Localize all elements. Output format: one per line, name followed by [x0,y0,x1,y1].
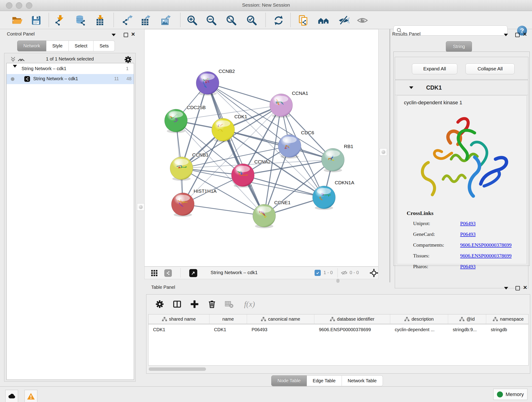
network-view-canvas[interactable]: CCNB2 CCNA1 CDC25B CDK1 CDC6 RB1 CCNB1 C… [144,29,379,267]
node-CDK1[interactable]: CDK1 [212,114,247,142]
crosslink-link[interactable]: P06493 [460,231,476,237]
create-column-icon[interactable] [188,298,201,311]
node-CDC6[interactable]: CDC6 [278,130,314,159]
table-cell[interactable]: 9606.ENSP00000378699 [314,325,390,334]
zoom-fit-icon[interactable] [225,14,238,27]
crosslink-label: Tissues: [413,253,459,259]
right-splitter-handle[interactable] [380,148,387,156]
collection-disclosure-icon[interactable] [13,68,17,73]
tab-edge-table[interactable]: Edge Table [307,375,342,386]
warnings-button[interactable] [25,390,37,402]
node-table: shared namename canonical name database … [148,314,529,366]
node-CCNB2[interactable]: CCNB2 [196,69,235,96]
zoom-out-icon[interactable] [205,14,218,27]
hide-selected-icon[interactable] [337,14,350,27]
tab-select[interactable]: Select [69,41,94,51]
status-bar: Memory [0,386,532,402]
refresh-layout-icon[interactable] [272,14,285,27]
network-options-gear-icon[interactable] [124,56,132,64]
node-label-CCNB2: CCNB2 [219,69,235,74]
import-network-icon[interactable] [53,14,66,27]
table-panel-maximize-button[interactable] [515,285,520,291]
column-header-canonical-name[interactable]: canonical name [247,314,314,324]
tab-node-table[interactable]: Node Table [271,375,307,386]
grid-view-icon[interactable] [151,270,158,277]
edge-HIST1H1A-CCNE1[interactable] [183,204,264,216]
export-table-icon[interactable] [139,14,152,27]
left-splitter[interactable] [137,29,144,384]
protein-section-header[interactable]: CDK1 [395,80,528,95]
node-label-CCNA2: CCNA2 [254,159,271,164]
results-panel-float-button[interactable] [503,32,509,38]
selected-indicator-checkbox[interactable] [315,270,321,276]
node-HIST1H1A[interactable]: HIST1H1A [171,188,216,217]
node-label-CCNA1: CCNA1 [292,90,308,96]
import-table-icon[interactable] [94,14,106,27]
zoom-in-icon[interactable] [186,14,199,27]
crosslink-label: Pharos: [413,264,459,269]
table-cell[interactable]: stringdb [486,325,529,334]
results-panel-close-button[interactable]: ✕ [522,32,528,37]
table-panel-title: Table Panel [151,285,175,290]
control-panel-maximize-button[interactable] [123,32,129,38]
expand-all-button[interactable]: Expand All [412,64,457,74]
crosslink-link[interactable]: P06493 [460,264,476,269]
export-network-icon[interactable] [121,14,134,27]
column-header-@id[interactable]: @id [448,314,486,324]
right-splitter[interactable] [379,29,390,282]
node-CDC25B[interactable]: CDC25B [165,105,206,133]
left-splitter-handle[interactable] [137,203,144,211]
table-horizontal-scrollbar[interactable] [149,367,206,371]
protein-disclosure-icon[interactable] [409,86,413,89]
open-session-icon[interactable] [11,14,23,27]
column-header-namespace[interactable]: namespace [486,314,529,324]
delete-column-trash-icon[interactable] [206,298,218,311]
tab-string[interactable]: String [446,41,472,52]
table-panel-float-button[interactable] [503,285,509,291]
node-RB1[interactable]: RB1 [322,144,353,172]
crosslink-link[interactable]: 9606.ENSP00000378699 [460,253,512,259]
crosslink-link[interactable]: P06493 [460,220,476,226]
network-share-icon[interactable] [164,269,172,277]
memory-button[interactable]: Memory [493,389,527,400]
show-column-panel-icon[interactable] [171,298,184,311]
table-cell[interactable]: P06493 [247,325,314,334]
control-panel-float-button[interactable] [111,32,117,38]
network-row[interactable]: String Network – cdk1 11 48 [7,74,134,84]
results-panel-maximize-button[interactable] [514,32,520,38]
import-database-icon[interactable] [74,14,87,27]
tab-sets[interactable]: Sets [94,41,115,51]
node-CDKN1A[interactable]: CDKN1A [312,180,354,210]
tab-style[interactable]: Style [46,41,69,51]
table-cell[interactable]: stringdb:9... [448,325,486,334]
network-collection-row[interactable]: String Network – cdk1 1 [7,64,134,74]
automation-cloud-button[interactable] [5,390,18,402]
table-panel-close-button[interactable]: ✕ [522,285,528,291]
table-cell[interactable]: CDK1 [209,325,247,334]
edge-CCNB2-CCNE1[interactable] [208,83,264,216]
collapse-all-button[interactable]: Collapse All [466,64,515,74]
column-header-name[interactable]: name [209,314,247,324]
show-all-icon[interactable] [356,14,369,27]
toolbar-separator [49,13,49,27]
column-header-shared-name[interactable]: shared name [148,314,209,324]
edge-CDK1-RB1[interactable] [223,130,333,160]
zoom-selected-icon[interactable] [245,14,258,27]
export-image-icon[interactable] [159,14,172,27]
table-cell[interactable]: cyclin-dependent ... [390,325,448,334]
table-cell[interactable]: CDK1 [148,325,209,334]
open-in-new-window-icon[interactable] [189,269,197,277]
column-header-description[interactable]: description [390,314,448,324]
node-CCNA1[interactable]: CCNA1 [270,90,308,118]
table-options-gear-icon[interactable] [153,298,166,311]
control-panel-close-button[interactable]: ✕ [130,32,136,37]
save-session-icon[interactable] [30,14,43,27]
string-home-icon[interactable] [317,14,330,27]
tab-network[interactable]: Network [17,41,46,51]
birds-eye-view-icon[interactable] [370,269,378,277]
crosslinks-title: CrossLinks [407,210,433,216]
crosslink-link[interactable]: 9606.ENSP00000378699 [460,242,512,248]
column-header-database-identifier[interactable]: database identifier [314,314,390,324]
duplicate-network-icon[interactable] [297,14,310,27]
tab-network-table[interactable]: Network Table [342,375,383,386]
